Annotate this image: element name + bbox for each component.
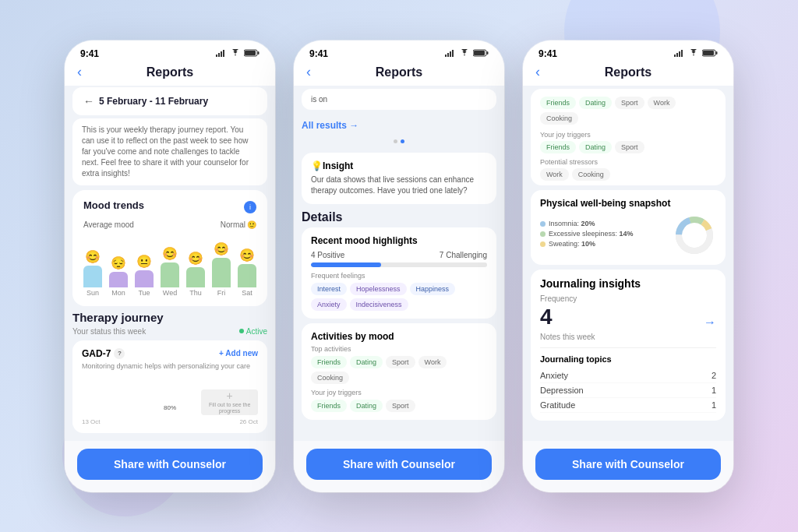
topic-depression: Depression 1 <box>540 383 716 398</box>
insight-text: Our data shows that live sessions can en… <box>311 174 487 196</box>
mood-day-tue: 😐 Tue <box>135 254 154 297</box>
joy-tag3-dating: Dating <box>579 141 612 153</box>
details-header: Details <box>302 210 496 224</box>
gad-header: GAD-7 ? + Add new <box>82 348 258 359</box>
status-time-1: 9:41 <box>80 48 99 59</box>
mood-bar-fri <box>212 258 231 287</box>
back-button-2[interactable]: ‹ <box>306 64 311 80</box>
gad-fill-msg: + Fill out to see the progress <box>201 389 258 415</box>
svg-rect-17 <box>681 50 683 57</box>
mood-avg-label: Average mood <box>83 220 134 229</box>
mood-trends-card: Mood trends i Average mood Normal 🙂 😊 Su… <box>72 190 267 306</box>
mood-day-sat: 😊 Sat <box>238 248 256 297</box>
positive-count: 4 Positive <box>311 251 344 259</box>
therapy-section: Therapy journey Your status this week Ac… <box>72 311 267 433</box>
gad-bar-3: + Fill out to see the progress <box>201 389 258 415</box>
top-tag-cooking: Cooking <box>540 112 578 125</box>
date-nav-card: ← 5 February - 11 February <box>72 87 267 115</box>
date-range: 5 February - 11 February <box>99 96 208 107</box>
insomnia-item: Insomnia: 20% <box>540 220 673 227</box>
back-button-3[interactable]: ‹ <box>535 64 540 80</box>
status-icons-3 <box>674 49 718 58</box>
insight-title: 💡 Insight <box>311 160 487 171</box>
act-tag-friends: Friends <box>311 356 347 368</box>
joy-tag-sport: Sport <box>386 400 415 412</box>
feelings-label: Frequent feelings <box>311 272 487 280</box>
mood-day-sun: 😊 Sun <box>83 249 102 297</box>
wifi-icon-2 <box>459 49 470 58</box>
add-new-button[interactable]: + Add new <box>219 349 258 358</box>
tag-hopelessness: Hopelessness <box>350 283 407 295</box>
battery-icon-3 <box>702 49 718 58</box>
gad-info-badge[interactable]: ? <box>114 348 125 359</box>
act-tag-dating: Dating <box>350 356 383 368</box>
tag-indecisiveness: Indecisiveness <box>350 298 408 311</box>
insight-icon: 💡 <box>311 160 323 171</box>
notes-week-label: Notes this week <box>540 333 595 341</box>
svg-rect-20 <box>703 51 714 55</box>
insomnia-label: Insomnia: 20% <box>549 220 595 227</box>
topic-gratitude-name: Gratitude <box>540 400 575 410</box>
nav-title-1: Reports <box>147 65 193 79</box>
signal-icon-2 <box>445 49 456 58</box>
mood-day-thu: 😊 Thu <box>186 251 205 297</box>
mood-bar-bg <box>311 262 487 267</box>
partial-card: is on <box>302 89 496 110</box>
svg-rect-6 <box>245 51 256 55</box>
phone2-bottom-btn: Share with Counselor <box>294 441 504 492</box>
joy-triggers-label-3: Your joy triggers <box>540 131 716 139</box>
svg-rect-13 <box>474 51 485 55</box>
svg-rect-12 <box>487 51 489 55</box>
tag-anxiety: Anxiety <box>311 298 347 311</box>
gad-bar-wrapper-3: + Fill out to see the progress <box>201 389 258 415</box>
mood-chart: 😊 Sun 😔 Mon 😐 Tue 😊 Wed <box>83 235 256 297</box>
nav-bar-2: ‹ Reports <box>294 62 504 86</box>
phone1-content: ← 5 February - 11 February This is your … <box>65 86 275 492</box>
journaling-arrow[interactable]: → <box>704 315 716 329</box>
journaling-card: Journaling insights Frequency 4 Notes th… <box>531 270 726 421</box>
svg-rect-3 <box>223 50 224 57</box>
wellbeing-legend: Insomnia: 20% Excessive sleepiness: 14% <box>540 220 673 250</box>
status-bar-2: 9:41 <box>294 41 504 62</box>
sweating-dot <box>540 241 546 247</box>
topic-depression-name: Depression <box>540 386 584 395</box>
status-dot <box>239 329 244 333</box>
share-btn-2[interactable]: Share with Counselor <box>306 449 492 480</box>
phone2-content: is on All results → 💡 Insight Our data s… <box>294 86 504 492</box>
joy-trigger-tags: Friends Dating Sport <box>311 400 487 412</box>
battery-icon-2 <box>473 49 489 58</box>
tag-happiness: Happiness <box>410 283 456 295</box>
top-activities-label: Top activities <box>311 345 487 353</box>
mood-info-icon[interactable]: i <box>244 201 256 213</box>
top-tags-card: Friends Dating Sport Work Cooking Your j… <box>531 89 726 185</box>
phone-2: 9:41 ‹ Reports is on All results → <box>294 41 504 492</box>
svg-rect-2 <box>221 51 222 57</box>
phone3-bottom-btn: Share with Counselor <box>523 441 733 492</box>
share-btn-3[interactable]: Share with Counselor <box>535 449 721 480</box>
back-button-1[interactable]: ‹ <box>77 64 82 80</box>
status-bar-1: 9:41 <box>65 41 275 62</box>
status-active: Active <box>239 327 267 336</box>
mood-bar-thu <box>186 267 205 287</box>
activities-card: Activities by mood Top activities Friend… <box>302 323 496 420</box>
status-bar-3: 9:41 <box>523 41 733 62</box>
journaling-title: Journaling insights <box>540 277 716 290</box>
stressors-row: Work Cooking <box>540 168 716 181</box>
status-icons-1 <box>216 49 260 58</box>
gad-bars: 80% + Fill out to see the progress <box>82 376 258 415</box>
nav-bar-3: ‹ Reports <box>523 62 733 86</box>
wifi-icon-3 <box>688 49 699 58</box>
mood-emoji-indicator: 🙂 <box>247 220 256 229</box>
signal-icon-3 <box>674 49 685 58</box>
therapy-title-row: Therapy journey <box>72 311 267 324</box>
topic-anxiety: Anxiety 2 <box>540 368 716 383</box>
mood-bar-fill <box>311 262 381 267</box>
sleepiness-label: Excessive sleepiness: 14% <box>549 230 634 238</box>
phone-3: 9:41 ‹ Reports Friends Dating Sport Work <box>523 41 733 492</box>
date-back-arrow[interactable]: ← <box>83 95 94 107</box>
act-tag-cooking: Cooking <box>311 372 349 384</box>
stressors-label: Potential stressors <box>540 158 716 166</box>
mood-day-wed: 😊 Wed <box>161 246 179 297</box>
all-results-link[interactable]: All results → <box>302 120 358 131</box>
share-btn-1[interactable]: Share with Counselor <box>77 449 263 480</box>
